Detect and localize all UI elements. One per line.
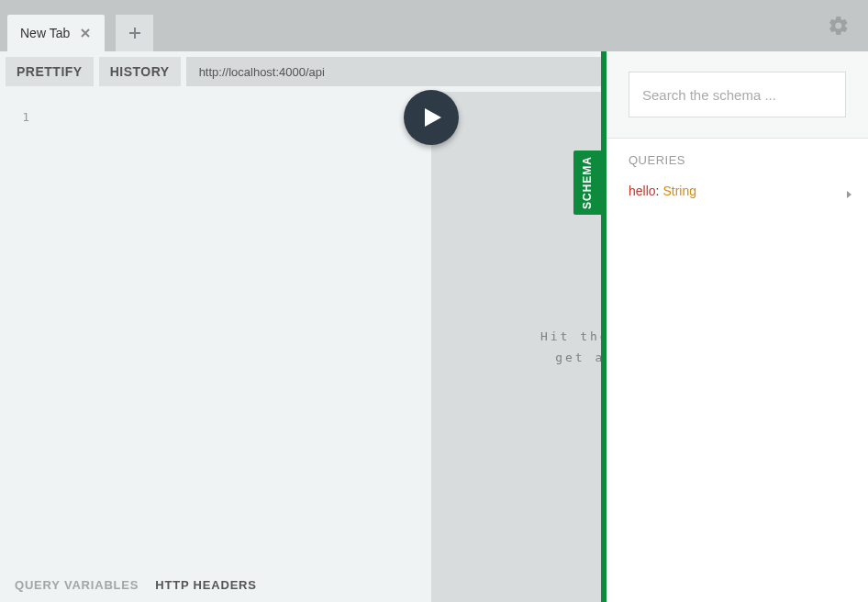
new-tab-button[interactable] bbox=[116, 15, 153, 51]
field-type: String bbox=[662, 184, 696, 198]
history-button[interactable]: HISTORY bbox=[99, 57, 181, 86]
tab-query-variables[interactable]: QUERY VARIABLES bbox=[15, 578, 139, 592]
colon: : bbox=[656, 184, 660, 198]
tab-label: New Tab bbox=[20, 26, 70, 40]
query-editor[interactable]: 1 bbox=[0, 92, 431, 567]
run-query-button[interactable] bbox=[404, 90, 459, 145]
query-editor-pane: 1 QUERY VARIABLES HTTP HEADERS bbox=[0, 92, 431, 602]
close-tab-icon[interactable] bbox=[79, 27, 92, 39]
settings-button[interactable] bbox=[824, 11, 853, 40]
field-name: hello bbox=[629, 184, 656, 198]
docs-section-queries: QUERIES bbox=[629, 153, 846, 167]
line-number: 1 bbox=[11, 110, 29, 124]
tab-bar: New Tab bbox=[0, 0, 868, 51]
tab-http-headers[interactable]: HTTP HEADERS bbox=[155, 578, 256, 592]
docs-panel: QUERIES hello: String bbox=[601, 51, 868, 602]
tab-item[interactable]: New Tab bbox=[7, 15, 105, 51]
prettify-button[interactable]: PRETTIFY bbox=[6, 57, 94, 86]
docs-body: QUERIES hello: String bbox=[606, 139, 868, 602]
bottom-tabs: QUERY VARIABLES HTTP HEADERS bbox=[0, 567, 431, 602]
play-icon bbox=[423, 106, 443, 128]
schema-search-input[interactable] bbox=[629, 72, 846, 117]
docs-field-entry[interactable]: hello: String bbox=[629, 184, 846, 198]
schema-toggle[interactable]: SCHEMA bbox=[573, 150, 601, 215]
docs-search-wrap bbox=[606, 51, 868, 139]
chevron-right-icon bbox=[846, 187, 853, 202]
gear-icon bbox=[828, 15, 850, 37]
